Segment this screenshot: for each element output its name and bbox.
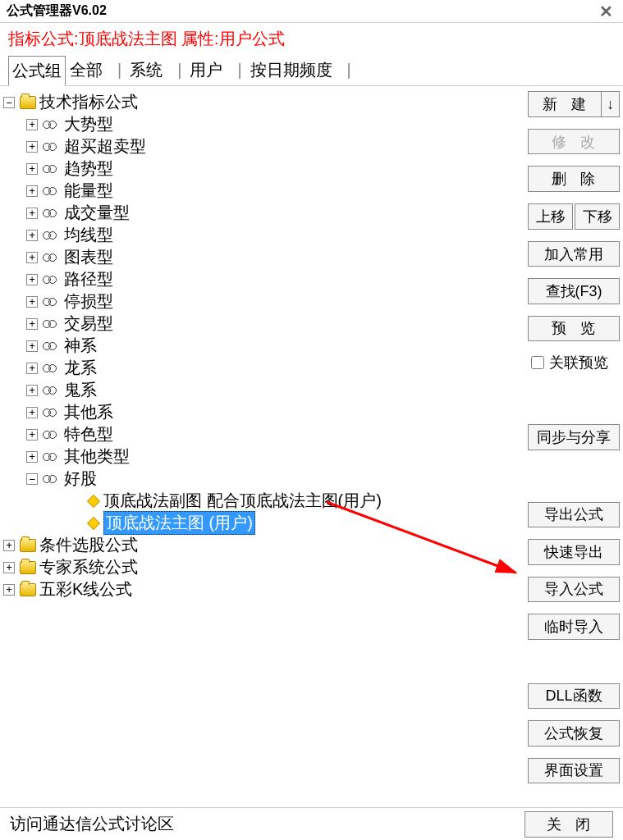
tab-user[interactable]: 用户|: [186, 55, 245, 85]
tab-datefreq[interactable]: 按日期频度|: [246, 55, 355, 85]
tempimport-button[interactable]: 临时导入: [528, 614, 620, 639]
export-button[interactable]: 导出公式: [528, 502, 620, 527]
subtype-icon: [43, 140, 61, 153]
tree-subtype[interactable]: +超买超卖型: [3, 135, 521, 158]
addcommon-button[interactable]: 加入常用: [528, 241, 620, 267]
tree-label: 成交量型: [64, 202, 130, 224]
folder-icon: [20, 539, 36, 552]
formula-header: 指标公式:顶底战法主图 属性:用户公式: [0, 23, 623, 55]
expander-icon[interactable]: +: [26, 363, 38, 374]
subtype-icon: [43, 428, 61, 441]
tree-label: 趋势型: [64, 158, 113, 180]
subtype-icon: [43, 162, 61, 176]
tree-leaf[interactable]: 顶底战法副图 配合顶底战法主图(用户): [3, 490, 521, 512]
moveup-button[interactable]: 上移: [528, 203, 573, 230]
new-button[interactable]: 新 建: [528, 91, 602, 117]
tree-subtype[interactable]: +特色型: [3, 423, 521, 445]
tree-label: 神系: [64, 335, 97, 357]
expander-icon[interactable]: −: [3, 97, 15, 108]
tree-root-color[interactable]: +五彩K线公式: [3, 578, 521, 600]
tree-label: 停损型: [64, 290, 113, 313]
close-button[interactable]: 关 闭: [525, 811, 613, 838]
tree-subtype[interactable]: +均线型: [3, 224, 521, 246]
tree-subtype[interactable]: +图表型: [3, 246, 521, 268]
new-dropdown-button[interactable]: ↓: [602, 91, 620, 117]
folder-icon: [20, 96, 36, 109]
folder-icon: [20, 561, 36, 574]
uisetting-button[interactable]: 界面设置: [528, 758, 620, 783]
dll-button[interactable]: DLL函数: [528, 683, 620, 709]
quickexport-button[interactable]: 快速导出: [528, 539, 620, 564]
linkpreview-checkbox[interactable]: 关联预览: [528, 353, 620, 372]
expander-icon[interactable]: +: [26, 252, 38, 263]
footer: 访问通达信公式讨论区 关 闭: [0, 807, 623, 840]
tree-subtype[interactable]: −好股: [3, 468, 521, 490]
tree-subtype[interactable]: +神系: [3, 335, 521, 357]
modify-button[interactable]: 修 改: [528, 129, 620, 154]
tree-subtype[interactable]: +趋势型: [3, 158, 521, 180]
linkpreview-input[interactable]: [531, 356, 544, 369]
forum-link[interactable]: 访问通达信公式讨论区: [10, 813, 174, 835]
subtype-icon: [43, 118, 61, 131]
tree-label: 顶底战法主图 (用户): [103, 511, 255, 535]
tree-subtype[interactable]: +其他系: [3, 401, 521, 423]
restore-button[interactable]: 公式恢复: [528, 720, 620, 746]
expander-icon[interactable]: −: [26, 473, 38, 485]
tree-label: 专家系统公式: [39, 556, 138, 578]
expander-icon[interactable]: +: [26, 274, 38, 285]
expander-icon[interactable]: +: [26, 429, 38, 441]
expander-icon[interactable]: +: [26, 163, 38, 175]
tab-all[interactable]: 全部|: [66, 55, 126, 85]
expander-icon[interactable]: +: [26, 208, 38, 219]
movedown-button[interactable]: 下移: [575, 203, 620, 230]
expander-icon[interactable]: +: [3, 584, 15, 596]
expander-icon[interactable]: +: [26, 119, 38, 130]
subtype-icon: [43, 450, 61, 463]
preview-button[interactable]: 预 览: [528, 316, 620, 341]
import-button[interactable]: 导入公式: [528, 577, 620, 602]
expander-icon[interactable]: +: [26, 230, 38, 241]
tree-subtype[interactable]: +龙系: [3, 357, 521, 379]
expander-icon[interactable]: +: [26, 407, 38, 418]
tree-label: 顶底战法副图 配合顶底战法主图(用户): [103, 490, 382, 512]
tab-system[interactable]: 系统|: [126, 55, 186, 85]
subtype-icon: [43, 273, 61, 286]
subtype-icon: [43, 340, 61, 353]
expander-icon[interactable]: +: [26, 296, 38, 308]
tree-root-expert[interactable]: +专家系统公式: [3, 556, 521, 578]
subtype-icon: [43, 207, 61, 220]
tree-subtype[interactable]: +交易型: [3, 313, 521, 335]
window-title: 公式管理器V6.02: [7, 2, 107, 20]
tree-root-cond[interactable]: +条件选股公式: [3, 534, 521, 556]
tree-leaf-selected[interactable]: 顶底战法主图 (用户): [3, 512, 521, 534]
expander-icon[interactable]: +: [3, 540, 15, 551]
tree-subtype[interactable]: +其他类型: [3, 445, 521, 468]
expander-icon[interactable]: +: [26, 318, 38, 330]
tree-label: 鬼系: [64, 379, 97, 401]
tree-subtype[interactable]: +停损型: [3, 290, 521, 313]
tree-subtype[interactable]: +路径型: [3, 268, 521, 290]
tab-group[interactable]: 公式组: [8, 56, 66, 86]
tree-subtype[interactable]: +鬼系: [3, 379, 521, 401]
subtype-icon: [43, 229, 61, 242]
expander-icon[interactable]: +: [26, 385, 38, 396]
sync-button[interactable]: 同步与分享: [528, 424, 620, 450]
tree-subtype[interactable]: +大势型: [3, 113, 521, 135]
tree-label: 均线型: [64, 224, 113, 246]
tree-subtype[interactable]: +成交量型: [3, 202, 521, 224]
expander-icon[interactable]: +: [3, 562, 15, 573]
tree-label: 特色型: [64, 423, 113, 445]
expander-icon[interactable]: +: [26, 340, 38, 352]
subtype-icon: [43, 185, 61, 198]
find-button[interactable]: 查找(F3): [528, 278, 620, 304]
expander-icon[interactable]: +: [26, 451, 38, 463]
tree-root-tech[interactable]: −技术指标公式: [3, 91, 521, 113]
expander-icon[interactable]: +: [26, 185, 38, 197]
tree-subtype[interactable]: +能量型: [3, 180, 521, 202]
close-icon[interactable]: ✕: [596, 2, 616, 21]
tree-label: 五彩K线公式: [39, 578, 132, 600]
tree-label: 交易型: [64, 313, 113, 335]
tree-label: 图表型: [64, 246, 113, 268]
delete-button[interactable]: 删 除: [528, 166, 620, 191]
expander-icon[interactable]: +: [26, 141, 38, 153]
